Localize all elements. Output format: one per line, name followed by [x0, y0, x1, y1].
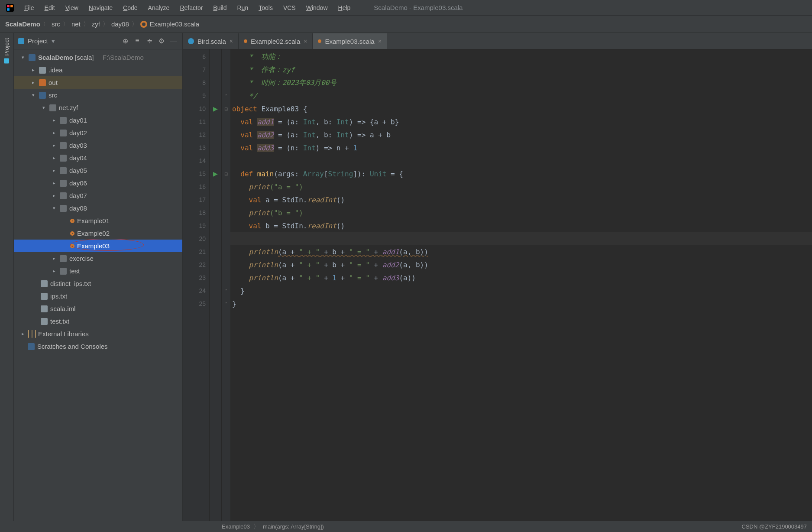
tree-day03[interactable]: ▸day03 [14, 139, 182, 152]
tab-example03[interactable]: Example03.scala× [313, 33, 387, 49]
code-editor[interactable]: * 功能： * 作者：zyf * 时间：2023年03月00号 */ objec… [230, 49, 812, 521]
tree-exercise[interactable]: ▸exercise [14, 252, 182, 265]
text-file-icon [41, 293, 48, 300]
chevron-icon: 〉 [103, 20, 109, 28]
locate-icon[interactable]: ⊕ [121, 37, 129, 45]
tree-file-distinct[interactable]: distinct_ips.txt [14, 277, 182, 290]
menu-help[interactable]: Help [334, 3, 355, 13]
menu-navigate[interactable]: Navigate [84, 3, 117, 13]
tree-example02[interactable]: Example02 [14, 227, 182, 240]
breadcrumb-src[interactable]: src [52, 20, 60, 28]
project-view-selector[interactable]: Project ▾ [28, 37, 55, 45]
folder-icon [39, 67, 46, 74]
tree-day07[interactable]: ▸day07 [14, 189, 182, 202]
hide-icon[interactable]: — [169, 37, 178, 45]
tree-file-ips[interactable]: ips.txt [14, 290, 182, 302]
libraries-icon: ⎮⎮⎮ [29, 331, 36, 337]
menu-file[interactable]: File [20, 3, 39, 13]
text-file-icon [41, 318, 48, 325]
tree-day05[interactable]: ▸day05 [14, 164, 182, 177]
scala-object-icon [70, 244, 74, 248]
package-icon [60, 155, 67, 162]
status-bar: Example03 〉 main(args: Array[String]) CS… [0, 521, 812, 532]
menu-build[interactable]: Build [209, 3, 231, 13]
tree-scratches[interactable]: Scratches and Consoles [14, 340, 182, 353]
chevron-icon: 〉 [253, 523, 259, 531]
tree-file-test[interactable]: test.txt [14, 315, 182, 328]
tree-root[interactable]: ▾ScalaDemo [scala] F:\ScalaDemo [14, 51, 182, 64]
watermark: CSDN @ZYF2190003497 [742, 523, 807, 530]
run-icon[interactable]: ▶ [213, 170, 218, 177]
fold-open-icon[interactable]: ⊟ [222, 167, 230, 180]
tree-day08[interactable]: ▾day08 [14, 202, 182, 214]
fold-end-icon[interactable]: ⌃ [222, 89, 230, 102]
breadcrumb-file[interactable]: Example03.scala [150, 20, 199, 28]
app-icon [6, 4, 14, 12]
package-icon [60, 268, 67, 275]
editor-tabs: Bird.scala× Example02.scala× Example03.s… [183, 33, 812, 49]
package-icon [60, 192, 67, 199]
tree-example01[interactable]: Example01 [14, 214, 182, 227]
svg-rect-3 [7, 8, 10, 11]
editor-area: Bird.scala× Example02.scala× Example03.s… [183, 33, 812, 521]
tree-out[interactable]: ▸out [14, 76, 182, 89]
package-icon [60, 180, 67, 187]
tree-example03[interactable]: Example03 [14, 240, 182, 252]
menu-refactor[interactable]: Refactor [175, 3, 207, 13]
menu-bar: File Edit View Navigate Code Analyze Ref… [0, 0, 812, 16]
breadcrumb-zyf[interactable]: zyf [92, 20, 100, 28]
menu-tools[interactable]: Tools [254, 3, 277, 13]
svg-rect-2 [10, 5, 13, 7]
tab-example02[interactable]: Example02.scala× [239, 33, 313, 49]
toolwindow-tabs: Project [0, 33, 14, 521]
scala-object-icon [70, 231, 74, 236]
breadcrumb-project[interactable]: ScalaDemo [5, 20, 40, 28]
package-icon [60, 117, 67, 124]
menu-window[interactable]: Window [302, 3, 332, 13]
menu-vcs[interactable]: VCS [279, 3, 300, 13]
tree-idea[interactable]: ▸.idea [14, 64, 182, 76]
close-icon[interactable]: × [304, 38, 307, 45]
tree-day04[interactable]: ▸day04 [14, 152, 182, 164]
collapse-all-icon[interactable]: ≑ [145, 37, 154, 45]
svg-rect-1 [7, 5, 10, 7]
project-tree[interactable]: ▾ScalaDemo [scala] F:\ScalaDemo ▸.idea ▸… [14, 49, 182, 521]
expand-all-icon[interactable]: ≡ [133, 37, 142, 45]
menu-code[interactable]: Code [119, 3, 142, 13]
close-icon[interactable]: × [230, 38, 233, 45]
package-icon [60, 205, 67, 212]
fold-open-icon[interactable]: ⊟ [222, 102, 230, 115]
tree-day06[interactable]: ▸day06 [14, 177, 182, 189]
close-icon[interactable]: × [378, 38, 382, 45]
project-icon [4, 58, 10, 63]
settings-icon[interactable]: ⚙ [157, 37, 166, 45]
menu-view[interactable]: View [61, 3, 83, 13]
tree-file-iml[interactable]: scala.iml [14, 302, 182, 315]
tab-bird[interactable]: Bird.scala× [183, 33, 239, 49]
tree-external-libs[interactable]: ▸⎮⎮⎮External Libraries [14, 328, 182, 340]
nav-structure-2[interactable]: main(args: Array[String]) [263, 523, 324, 530]
tree-test[interactable]: ▸test [14, 265, 182, 277]
menu-analyze[interactable]: Analyze [144, 3, 174, 13]
tree-src[interactable]: ▾src [14, 89, 182, 101]
run-icon[interactable]: ▶ [213, 105, 218, 112]
nav-structure-1[interactable]: Example03 [222, 523, 250, 530]
tree-day01[interactable]: ▸day01 [14, 114, 182, 127]
scala-class-icon [188, 38, 194, 44]
package-icon [60, 255, 67, 262]
breadcrumb-net[interactable]: net [71, 20, 81, 28]
window-title: ScalaDemo - Example03.scala [374, 4, 463, 11]
chevron-icon: 〉 [43, 20, 49, 28]
menu-run[interactable]: Run [233, 3, 252, 13]
package-icon [60, 142, 67, 149]
tree-day02[interactable]: ▸day02 [14, 127, 182, 139]
navigation-bar: ScalaDemo 〉 src 〉 net 〉 zyf 〉 day08 〉 Ex… [0, 16, 812, 33]
fold-end-icon[interactable]: ⌃ [222, 284, 230, 297]
fold-gutter: ⌃ ⊟ ⊟ ⌃ ⌃ [222, 49, 230, 521]
module-icon [29, 54, 36, 61]
breadcrumb-day08[interactable]: day08 [111, 20, 129, 28]
tree-pkg[interactable]: ▾net.zyf [14, 101, 182, 114]
project-tab[interactable]: Project [3, 36, 10, 66]
menu-edit[interactable]: Edit [40, 3, 59, 13]
fold-end-icon[interactable]: ⌃ [222, 297, 230, 310]
